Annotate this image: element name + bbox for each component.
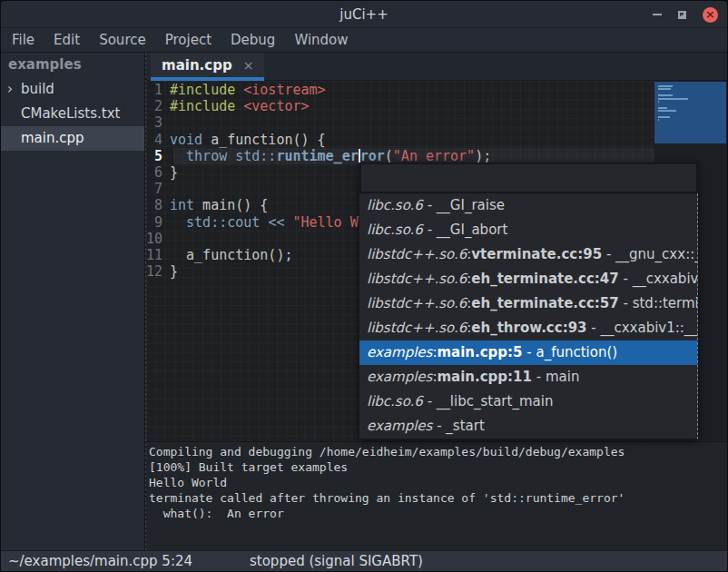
code-token (170, 214, 186, 231)
code-token: a_function(); (170, 247, 292, 263)
menu-window[interactable]: Window (287, 32, 355, 48)
sidebar-item-label: CMakeLists.txt (21, 105, 120, 122)
terminal-output[interactable]: Compiling and debugging /home/eidheim/ex… (146, 441, 727, 550)
code-token: #include (170, 82, 235, 98)
backtrace-location: eh_throw.cc:93 (471, 320, 586, 336)
titlebar[interactable]: juCi++ × (1, 1, 727, 28)
code-token: } (170, 263, 178, 280)
backtrace-item[interactable]: libc.so.6 - __GI_abort (359, 218, 697, 242)
close-icon[interactable]: × (703, 7, 718, 23)
backtrace-module: libc.so.6 (367, 197, 423, 213)
project-sidebar: examples ›buildCMakeLists.txtmain.cpp (1, 53, 144, 550)
code-token: <vector> (243, 98, 309, 114)
sidebar-item-build[interactable]: ›build (1, 77, 144, 102)
minimap-line (658, 116, 670, 118)
backtrace-location: eh_terminate.cc:47 (471, 271, 618, 287)
sidebar-item-main-cpp[interactable]: main.cpp (1, 126, 144, 151)
sidebar-item-label: main.cpp (21, 130, 84, 146)
cursor-location: ~/examples/main.cpp 5:24 (8, 551, 192, 571)
line-number: 10 (146, 231, 170, 247)
backtrace-module: examples (367, 418, 432, 434)
code-token (235, 82, 243, 98)
popup-search-input[interactable] (359, 163, 698, 193)
minimize-icon[interactable] (653, 14, 662, 15)
terminal-line: what(): An error (149, 506, 727, 521)
minimap-line (658, 98, 688, 100)
terminal-line: Compiling and debugging /home/eidheim/ex… (149, 444, 727, 459)
terminal-line: Hello World (149, 475, 727, 490)
line-number: 6 (146, 164, 170, 181)
code-line[interactable]: 8int main() { (146, 197, 268, 213)
code-line[interactable]: 2#include <vector> (146, 98, 310, 114)
code-token: throw (186, 148, 227, 164)
backtrace-location: vterminate.cc:95 (471, 246, 602, 262)
minimap-line (658, 101, 659, 103)
code-token: void (170, 132, 202, 148)
backtrace-module: examples (367, 344, 432, 360)
backtrace-location: main.cpp:5 (437, 344, 522, 360)
chevron-right-icon[interactable]: › (7, 77, 13, 102)
backtrace-item[interactable]: libstdc++.so.6:eh_throw.cc:93 - __cxxabi… (359, 316, 697, 340)
backtrace-module: libc.so.6 (367, 393, 423, 409)
backtrace-item[interactable]: libc.so.6 - __libc_start_main (359, 390, 697, 414)
minimap-line (658, 119, 659, 121)
code-line[interactable]: 12} (146, 263, 178, 280)
sidebar-item-label: build (21, 81, 54, 97)
backtrace-location: eh_terminate.cc:57 (471, 295, 618, 311)
code-line[interactable]: 7 (146, 181, 170, 197)
line-number: 8 (146, 197, 170, 213)
minimap-line (658, 85, 673, 87)
menu-debug[interactable]: Debug (223, 32, 282, 48)
line-number: 5 (146, 148, 170, 164)
line-number: 4 (146, 132, 170, 148)
juci-window: juCi++ × FileEditSourceProjectDebugWindo… (0, 0, 728, 572)
code-token (170, 148, 186, 164)
code-token: "Hello W (292, 214, 358, 231)
restore-icon[interactable] (678, 11, 686, 19)
tab-close-icon[interactable]: × (243, 58, 254, 73)
backtrace-item[interactable]: libc.so.6 - __GI_raise (359, 193, 697, 218)
sidebar-item-cmakelists-txt[interactable]: CMakeLists.txt (1, 102, 144, 126)
window-controls: × (653, 1, 718, 28)
code-token: main() { (194, 197, 268, 213)
line-number: 11 (146, 247, 170, 263)
backtrace-item[interactable]: examples:main.cpp:5 - a_function() (359, 340, 697, 365)
menu-source[interactable]: Source (92, 32, 153, 48)
code-line[interactable]: 11 a_function(); (146, 247, 292, 263)
code-line[interactable]: 9 std::cout << "Hello W (146, 214, 359, 231)
code-token: <iostream> (243, 82, 325, 98)
menu-project[interactable]: Project (158, 32, 219, 48)
minimap-line (658, 107, 667, 109)
code-token: std:: (235, 148, 276, 164)
menu-file[interactable]: File (5, 32, 42, 48)
minimap-line (658, 88, 671, 90)
code-line[interactable]: 4void a_function() { (146, 132, 326, 148)
code-token: a_function() { (202, 132, 325, 148)
line-number: 9 (146, 214, 170, 231)
code-token: #include (170, 98, 235, 114)
debug-status: stopped (signal SIGABRT) (250, 551, 423, 571)
code-line[interactable]: 1#include <iostream> (146, 82, 326, 98)
tab-main-cpp[interactable]: main.cpp × (151, 53, 264, 77)
backtrace-item[interactable]: libstdc++.so.6:eh_terminate.cc:57 - std:… (359, 291, 697, 316)
code-line[interactable]: 10 (146, 231, 170, 247)
menubar: FileEditSourceProjectDebugWindow (1, 28, 727, 53)
backtrace-module: libc.so.6 (367, 222, 423, 238)
statusbar: ~/examples/main.cpp 5:24 stopped (signal… (1, 550, 727, 571)
code-line[interactable]: 6} (146, 164, 178, 181)
backtrace-item[interactable]: examples - _start (359, 414, 697, 439)
line-number: 2 (146, 98, 170, 114)
menu-edit[interactable]: Edit (46, 32, 87, 48)
tabbar: main.cpp × (146, 53, 727, 81)
code-token (227, 148, 235, 164)
backtrace-item[interactable]: libstdc++.so.6:eh_terminate.cc:47 - __cx… (359, 267, 697, 291)
code-line[interactable]: 3 (146, 114, 170, 131)
backtrace-location: main.cpp:11 (437, 369, 532, 385)
code-token: std::cout (186, 214, 260, 231)
code-token: runtime_er (276, 148, 358, 164)
minimap-line (658, 94, 673, 96)
backtrace-item[interactable]: examples:main.cpp:11 - main (359, 365, 697, 390)
minimap-line (658, 110, 676, 112)
backtrace-item[interactable]: libstdc++.so.6:vterminate.cc:95 - __gnu_… (359, 242, 697, 267)
code-minimap[interactable] (654, 82, 726, 143)
